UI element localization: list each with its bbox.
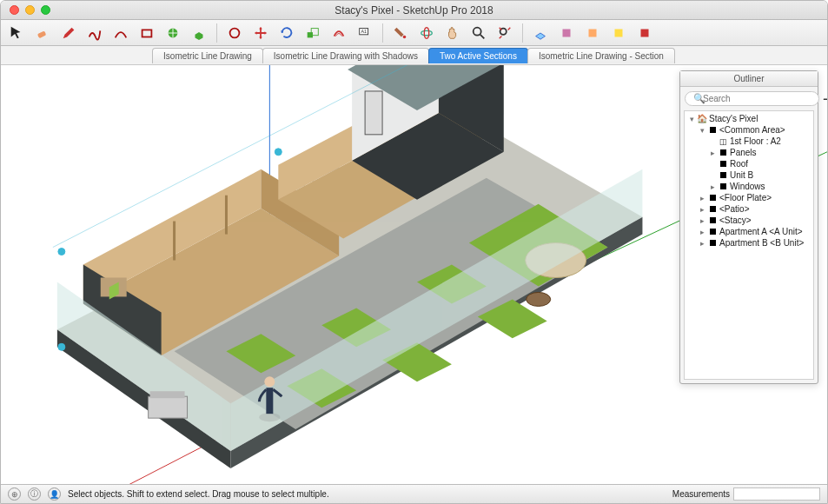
tree-item[interactable]: ▸Apartment B <B Unit>: [688, 237, 810, 249]
svg-point-9: [421, 30, 433, 35]
scene-tab-1[interactable]: Isometric Line Drawing with Shadows: [262, 48, 429, 63]
tree-item[interactable]: ▾<Common Area>: [688, 124, 810, 136]
svg-rect-16: [641, 29, 649, 36]
outliner-menu-icon[interactable]: ➜: [823, 93, 827, 105]
rotate-tool-icon[interactable]: [278, 24, 295, 42]
eraser-tool-icon[interactable]: [34, 24, 51, 42]
arc-tool-icon[interactable]: [112, 24, 129, 42]
status-hint: Select objects. Shift to extend select. …: [68, 489, 329, 499]
scale-tool-icon[interactable]: [304, 24, 321, 42]
svg-text:A1: A1: [361, 29, 368, 34]
outliner-panel[interactable]: Outliner 🔍 ➜ ▾🏠 Stacy's Pixel ▾<Common A…: [679, 70, 818, 384]
svg-rect-14: [589, 29, 597, 36]
svg-point-8: [403, 35, 407, 38]
svg-point-32: [527, 292, 551, 306]
paint-tool-icon[interactable]: [392, 24, 409, 42]
select-tool-icon[interactable]: [8, 24, 25, 42]
tree-item[interactable]: ▸Panels: [688, 147, 810, 158]
tree-item[interactable]: ▸<Stacy>: [688, 215, 810, 226]
tree-item[interactable]: Unit B: [688, 169, 810, 181]
credits-icon[interactable]: ⓘ: [28, 487, 41, 501]
tree-item[interactable]: Roof: [688, 158, 810, 169]
section-tool-icon[interactable]: [532, 24, 549, 42]
window-title: Stacy's Pixel - SketchUp Pro 2018: [1, 4, 827, 17]
offset-tool-icon[interactable]: [330, 24, 348, 42]
scene-tab-3[interactable]: Isometric Line Drawing - Section: [527, 48, 675, 63]
svg-point-58: [259, 413, 280, 421]
tree-item[interactable]: ◫1st Floor : A2: [688, 136, 810, 147]
tree-item[interactable]: ▸<Patio>: [688, 203, 810, 215]
pushpull-tool-icon[interactable]: [190, 24, 208, 42]
freehand-tool-icon[interactable]: [86, 24, 103, 42]
measurements-input[interactable]: [733, 487, 820, 501]
svg-point-10: [424, 27, 428, 38]
walk-tool-icon[interactable]: [558, 24, 575, 42]
rectangle-tool-icon[interactable]: [138, 24, 156, 42]
svg-rect-1: [142, 30, 152, 36]
tree-item[interactable]: ▸Windows: [688, 181, 810, 192]
scene-tab-0[interactable]: Isometric Line Drawing: [152, 48, 263, 63]
zoomextents-tool-icon[interactable]: [496, 24, 513, 42]
svg-rect-13: [563, 29, 571, 36]
tree-root[interactable]: ▾🏠 Stacy's Pixel: [688, 113, 810, 124]
svg-rect-0: [37, 30, 46, 38]
svg-point-56: [275, 149, 282, 156]
move-tool-icon[interactable]: [252, 24, 269, 42]
svg-point-60: [264, 376, 275, 387]
scene-tab-2[interactable]: Two Active Sections: [428, 48, 528, 63]
circle-tool-icon[interactable]: [164, 24, 182, 42]
tree-item[interactable]: ▸Apartment A <A Unit>: [688, 226, 810, 237]
outliner-search: 🔍 ➜: [685, 91, 813, 106]
geo-icon[interactable]: ⊕: [8, 487, 21, 501]
svg-rect-59: [266, 388, 273, 414]
user-icon[interactable]: 👤: [48, 487, 61, 501]
position-tool-icon[interactable]: [610, 24, 627, 42]
viewport[interactable]: Outliner 🔍 ➜ ▾🏠 Stacy's Pixel ▾<Common A…: [1, 65, 827, 484]
grill: [149, 391, 188, 418]
pencil-tool-icon[interactable]: [60, 24, 77, 42]
svg-rect-62: [150, 391, 185, 398]
svg-point-54: [58, 343, 65, 350]
search-icon: 🔍: [693, 93, 705, 104]
svg-rect-15: [615, 29, 623, 36]
outliner-title: Outliner: [680, 71, 818, 87]
main-toolbar: A1: [1, 20, 827, 46]
svg-point-3: [230, 28, 240, 37]
svg-rect-61: [149, 396, 188, 418]
svg-point-53: [58, 249, 65, 255]
lookaround-tool-icon[interactable]: [584, 24, 601, 42]
tree-item[interactable]: ▸<Floor Plate>: [688, 192, 810, 203]
status-bar: ⊕ ⓘ 👤 Select objects. Shift to extend se…: [1, 484, 827, 503]
measurements: Measurements: [672, 487, 820, 501]
svg-point-11: [474, 27, 481, 35]
zoom-tool-icon[interactable]: [470, 24, 487, 42]
scene-tabs: Isometric Line Drawing Isometric Line Dr…: [1, 46, 827, 65]
pan-tool-icon[interactable]: [444, 24, 461, 42]
outliner-tree: ▾🏠 Stacy's Pixel ▾<Common Area>◫1st Floo…: [684, 110, 814, 380]
svg-rect-50: [365, 91, 382, 135]
text-tool-icon[interactable]: A1: [356, 24, 374, 42]
window-titlebar: Stacy's Pixel - SketchUp Pro 2018: [1, 1, 827, 20]
tapemeasure-tool-icon[interactable]: [226, 24, 243, 42]
orbit-tool-icon[interactable]: [418, 24, 435, 42]
3dwarehouse-tool-icon[interactable]: [636, 24, 653, 42]
